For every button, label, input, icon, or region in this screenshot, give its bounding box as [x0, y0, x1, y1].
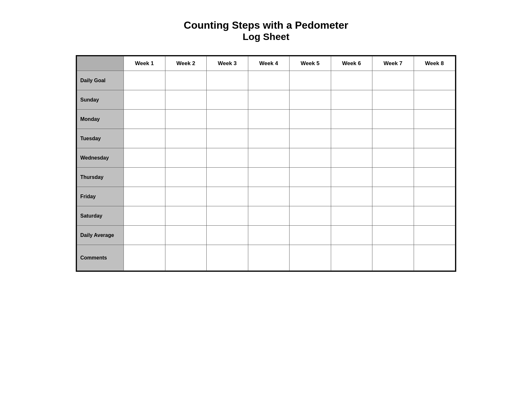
- data-cell[interactable]: [290, 148, 331, 168]
- data-cell[interactable]: [414, 90, 455, 110]
- data-cell[interactable]: [331, 71, 372, 90]
- data-cell[interactable]: [165, 206, 207, 226]
- data-cell[interactable]: [124, 148, 165, 168]
- data-cell[interactable]: [124, 110, 165, 129]
- data-cell[interactable]: [248, 90, 290, 110]
- data-cell[interactable]: [414, 148, 455, 168]
- data-cell[interactable]: [248, 71, 290, 90]
- data-cell[interactable]: [414, 168, 455, 187]
- data-cell[interactable]: [165, 226, 207, 245]
- data-cell[interactable]: [207, 187, 248, 206]
- row-label: Comments: [77, 245, 124, 271]
- data-cell[interactable]: [124, 245, 165, 271]
- data-cell[interactable]: [372, 206, 414, 226]
- data-cell[interactable]: [331, 148, 372, 168]
- data-cell[interactable]: [414, 206, 455, 226]
- data-cell[interactable]: [165, 110, 207, 129]
- data-cell[interactable]: [165, 168, 207, 187]
- row-label: Saturday: [77, 206, 124, 226]
- data-cell[interactable]: [372, 129, 414, 148]
- header-week5: Week 5: [290, 56, 331, 71]
- data-cell[interactable]: [124, 226, 165, 245]
- data-cell[interactable]: [290, 187, 331, 206]
- data-cell[interactable]: [165, 71, 207, 90]
- table-row: Comments: [77, 245, 455, 271]
- data-cell[interactable]: [372, 148, 414, 168]
- data-cell[interactable]: [414, 110, 455, 129]
- data-cell[interactable]: [414, 71, 455, 90]
- data-cell[interactable]: [207, 245, 248, 271]
- data-cell[interactable]: [372, 168, 414, 187]
- data-cell[interactable]: [372, 71, 414, 90]
- data-cell[interactable]: [124, 71, 165, 90]
- data-cell[interactable]: [124, 187, 165, 206]
- table-row: Sunday: [77, 90, 455, 110]
- data-cell[interactable]: [372, 90, 414, 110]
- data-cell[interactable]: [207, 71, 248, 90]
- data-cell[interactable]: [248, 187, 290, 206]
- data-cell[interactable]: [372, 110, 414, 129]
- row-label: Daily Goal: [77, 71, 124, 90]
- data-cell[interactable]: [331, 168, 372, 187]
- data-cell[interactable]: [248, 110, 290, 129]
- header-week6: Week 6: [331, 56, 372, 71]
- row-label: Wednesday: [77, 148, 124, 168]
- data-cell[interactable]: [372, 245, 414, 271]
- data-cell[interactable]: [331, 90, 372, 110]
- data-cell[interactable]: [331, 110, 372, 129]
- data-cell[interactable]: [248, 206, 290, 226]
- data-cell[interactable]: [248, 226, 290, 245]
- data-cell[interactable]: [165, 90, 207, 110]
- log-table: Week 1 Week 2 Week 3 Week 4 Week 5 Week …: [77, 56, 455, 271]
- data-cell[interactable]: [290, 168, 331, 187]
- data-cell[interactable]: [372, 187, 414, 206]
- data-cell[interactable]: [290, 90, 331, 110]
- data-cell[interactable]: [290, 71, 331, 90]
- data-cell[interactable]: [331, 206, 372, 226]
- data-cell[interactable]: [414, 226, 455, 245]
- data-cell[interactable]: [331, 129, 372, 148]
- data-cell[interactable]: [372, 226, 414, 245]
- data-cell[interactable]: [290, 245, 331, 271]
- data-cell[interactable]: [248, 129, 290, 148]
- row-label: Friday: [77, 187, 124, 206]
- row-label: Tuesday: [77, 129, 124, 148]
- data-cell[interactable]: [165, 187, 207, 206]
- data-cell[interactable]: [331, 245, 372, 271]
- data-cell[interactable]: [414, 129, 455, 148]
- data-cell[interactable]: [165, 148, 207, 168]
- data-cell[interactable]: [290, 206, 331, 226]
- data-cell[interactable]: [207, 226, 248, 245]
- main-title: Counting Steps with a Pedometer: [184, 19, 348, 31]
- data-cell[interactable]: [124, 168, 165, 187]
- data-cell[interactable]: [331, 226, 372, 245]
- data-cell[interactable]: [290, 226, 331, 245]
- data-cell[interactable]: [414, 187, 455, 206]
- table-row: Tuesday: [77, 129, 455, 148]
- data-cell[interactable]: [290, 129, 331, 148]
- data-cell[interactable]: [207, 90, 248, 110]
- table-row: Monday: [77, 110, 455, 129]
- data-cell[interactable]: [248, 245, 290, 271]
- table-row: Wednesday: [77, 148, 455, 168]
- header-week2: Week 2: [165, 56, 207, 71]
- data-cell[interactable]: [165, 245, 207, 271]
- data-cell[interactable]: [248, 148, 290, 168]
- data-cell[interactable]: [207, 206, 248, 226]
- data-cell[interactable]: [207, 110, 248, 129]
- row-label: Thursday: [77, 168, 124, 187]
- row-label: Daily Average: [77, 226, 124, 245]
- data-cell[interactable]: [290, 110, 331, 129]
- header-week3: Week 3: [207, 56, 248, 71]
- data-cell[interactable]: [124, 206, 165, 226]
- data-cell[interactable]: [207, 129, 248, 148]
- data-cell[interactable]: [124, 129, 165, 148]
- data-cell[interactable]: [331, 187, 372, 206]
- data-cell[interactable]: [124, 90, 165, 110]
- data-cell[interactable]: [414, 245, 455, 271]
- data-cell[interactable]: [207, 168, 248, 187]
- data-cell[interactable]: [248, 168, 290, 187]
- data-cell[interactable]: [207, 148, 248, 168]
- data-cell[interactable]: [165, 129, 207, 148]
- table-row: Daily Goal: [77, 71, 455, 90]
